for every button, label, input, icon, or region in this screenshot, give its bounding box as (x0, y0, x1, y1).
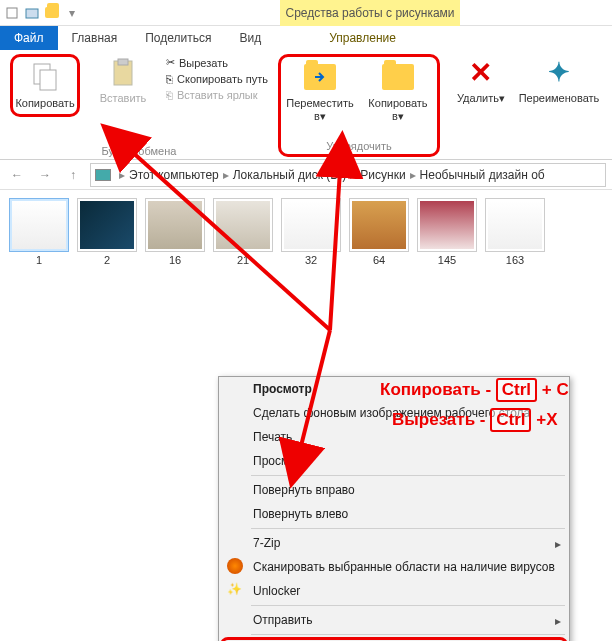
crumb-folder[interactable]: Необычный дизайн об (420, 168, 545, 182)
thumbnail-item[interactable]: 32 (280, 198, 342, 266)
pasteshortcut-label: Вставить ярлык (177, 89, 258, 101)
thumbnail-label: 32 (305, 254, 317, 266)
tab-view[interactable]: Вид (225, 26, 275, 50)
qat-newfolder-icon[interactable] (44, 5, 60, 21)
copy-path-button[interactable]: ⎘Скопировать путь (166, 73, 268, 85)
delete-label: Удалить (457, 92, 499, 104)
qat-dropdown-icon[interactable]: ▾ (64, 5, 80, 21)
tab-share[interactable]: Поделиться (131, 26, 225, 50)
cm-separator (251, 475, 565, 476)
tab-file[interactable]: Файл (0, 26, 58, 50)
thumbnail-label: 64 (373, 254, 385, 266)
cm-separator (251, 528, 565, 529)
thumbnail-item[interactable]: 64 (348, 198, 410, 266)
copypath-label: Скопировать путь (177, 73, 268, 85)
tab-home[interactable]: Главная (58, 26, 132, 50)
thumbnail-item[interactable]: 163 (484, 198, 546, 266)
thumbnail-item[interactable]: 145 (416, 198, 478, 266)
move-to-button[interactable]: Переместить в▾ (285, 59, 355, 123)
thumbnail-image (349, 198, 409, 252)
thumbnail-item[interactable]: 16 (144, 198, 206, 266)
paste-label: Вставить (100, 92, 147, 105)
group-clipboard: Копировать Вставить ✂Вырезать ⎘Скопирова… (4, 54, 274, 157)
pasteshortcut-icon: ⎗ (166, 89, 173, 101)
context-menu: Просмотр Сделать фоновым изображением ра… (218, 376, 570, 641)
thumbnail-image (77, 198, 137, 252)
thumbnail-item[interactable]: 1 (8, 198, 70, 266)
thumbnail-image (417, 198, 477, 252)
cm-scan-virus[interactable]: Сканировать выбранные области на наличие… (219, 555, 569, 579)
contextual-tab-title: Средства работы с рисунками (280, 0, 460, 26)
wand-icon: ✨ (227, 582, 243, 598)
svg-rect-0 (7, 8, 17, 18)
ribbon-tabs: Файл Главная Поделиться Вид Управление (0, 26, 612, 50)
organize-group-label: Упорядочить (285, 138, 433, 152)
rename-button[interactable]: ✦ Переименовать (524, 54, 594, 105)
address-bar: ← → ↑ ▸ Этот компьютер ▸ Локальный диск … (0, 160, 612, 190)
copy-label: Копировать (15, 97, 74, 110)
cm-set-desktop-bg[interactable]: Сделать фоновым изображением рабочего ст… (219, 401, 569, 425)
thumbnail-image (281, 198, 341, 252)
copy-to-icon (382, 61, 414, 93)
nav-back-button[interactable]: ← (6, 164, 28, 186)
qat-properties-icon[interactable] (24, 5, 40, 21)
rename-icon: ✦ (543, 56, 575, 88)
move-to-icon (304, 61, 336, 93)
cm-print[interactable]: Печать (219, 425, 569, 449)
cm-unlocker[interactable]: ✨Unlocker (219, 579, 569, 603)
thumbnail-label: 163 (506, 254, 524, 266)
thumbnail-label: 2 (104, 254, 110, 266)
paste-icon (107, 56, 139, 88)
copy-button[interactable]: Копировать (10, 54, 80, 117)
delete-x-icon: ✕ (465, 56, 497, 88)
svg-rect-5 (118, 59, 128, 65)
thumbnail-image (485, 198, 545, 252)
nav-forward-button[interactable]: → (34, 164, 56, 186)
thumbnail-image (213, 198, 273, 252)
cm-cut-copy-highlight: Вырезать Копировать (220, 637, 568, 641)
paste-shortcut-button[interactable]: ⎗Вставить ярлык (166, 89, 268, 101)
copypath-icon: ⎘ (166, 73, 173, 85)
thumbnail-label: 16 (169, 254, 181, 266)
cm-separator (251, 605, 565, 606)
quick-access-toolbar: ▾ (4, 5, 80, 21)
svg-rect-1 (26, 9, 38, 18)
cm-rotate-left[interactable]: Повернуть влево (219, 502, 569, 526)
file-list-pane: 1216213264145163 Просмотр Сделать фоновы… (0, 190, 612, 641)
svg-rect-3 (40, 70, 56, 90)
cut-button[interactable]: ✂Вырезать (166, 56, 268, 69)
cm-send-to[interactable]: Отправить▸ (219, 608, 569, 632)
group-new: Созд папк (604, 54, 612, 157)
cm-7zip[interactable]: 7-Zip▸ (219, 531, 569, 555)
title-bar: ▾ Средства работы с рисунками (0, 0, 612, 26)
crumb-drive[interactable]: Локальный диск (D:) (233, 168, 347, 182)
group-organize-highlighted: Переместить в▾ Копировать в▾ Упорядочить (278, 54, 440, 157)
cm-preview[interactable]: Просмотр (219, 377, 569, 401)
shield-icon (227, 558, 243, 574)
thumbnail-label: 145 (438, 254, 456, 266)
cm-separator (251, 634, 565, 635)
nav-up-button[interactable]: ↑ (62, 164, 84, 186)
cm-preview2[interactable]: Просмотр (219, 449, 569, 473)
crumb-computer[interactable]: Этот компьютер (129, 168, 219, 182)
rename-label: Переименовать (519, 92, 600, 105)
thumbnail-label: 1 (36, 254, 42, 266)
thumbnail-image (9, 198, 69, 252)
clipboard-group-label: Буфер обмена (10, 143, 268, 157)
thumbnail-label: 21 (237, 254, 249, 266)
copy-to-button[interactable]: Копировать в▾ (363, 59, 433, 123)
delete-button[interactable]: ✕ Удалить▾ (446, 54, 516, 105)
ribbon: Копировать Вставить ✂Вырезать ⎘Скопирова… (0, 50, 612, 160)
paste-button[interactable]: Вставить (88, 54, 158, 105)
thumbnail-item[interactable]: 2 (76, 198, 138, 266)
qat-app-icon (4, 5, 20, 21)
thumbnail-image (145, 198, 205, 252)
cm-rotate-right[interactable]: Повернуть вправо (219, 478, 569, 502)
thumbnail-item[interactable]: 21 (212, 198, 274, 266)
crumb-pictures[interactable]: Рисунки (360, 168, 405, 182)
tab-manage[interactable]: Управление (315, 26, 410, 50)
scissors-icon: ✂ (166, 56, 175, 69)
breadcrumb[interactable]: ▸ Этот компьютер ▸ Локальный диск (D:) ▸… (90, 163, 606, 187)
group-organize-rest: ✕ Удалить▾ ✦ Переименовать (440, 54, 600, 157)
submenu-arrow-icon: ▸ (555, 614, 561, 628)
